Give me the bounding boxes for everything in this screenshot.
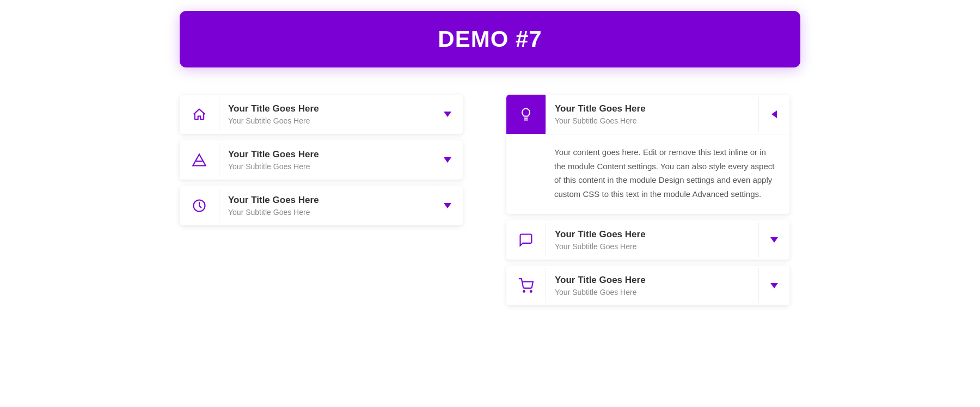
accordion-subtitle: Your Subtitle Goes Here xyxy=(555,242,750,251)
chevron-down-icon xyxy=(770,283,778,288)
accordion-title: Your Title Goes Here xyxy=(555,103,750,114)
chat-icon xyxy=(518,232,534,248)
accordion-subtitle: Your Subtitle Goes Here xyxy=(228,208,423,217)
chevron-down-icon xyxy=(444,157,451,163)
accordion-header: Your Title Goes Here Your Subtitle Goes … xyxy=(180,186,463,225)
accordion-toggle[interactable] xyxy=(432,140,463,180)
accordion-subtitle: Your Subtitle Goes Here xyxy=(555,116,750,125)
accordion-subtitle: Your Subtitle Goes Here xyxy=(228,116,423,125)
chevron-down-icon xyxy=(444,112,451,117)
lightbulb-icon xyxy=(518,107,534,122)
accordion-title: Your Title Goes Here xyxy=(555,229,750,240)
cone-icon-box xyxy=(180,140,219,180)
accordion-item: Your Title Goes Here Your Subtitle Goes … xyxy=(180,186,463,225)
lightbulb-icon-box xyxy=(506,95,546,134)
cart-icon xyxy=(518,278,534,293)
accordion-text: Your Title Goes Here Your Subtitle Goes … xyxy=(546,223,759,257)
accordion-toggle[interactable] xyxy=(759,266,789,305)
svg-point-5 xyxy=(530,291,532,292)
accordion-title: Your Title Goes Here xyxy=(228,149,423,160)
accordion-header: Your Title Goes Here Your Subtitle Goes … xyxy=(506,95,789,134)
accordion-header: Your Title Goes Here Your Subtitle Goes … xyxy=(506,220,789,260)
accordion-subtitle: Your Subtitle Goes Here xyxy=(228,162,423,171)
cone-icon xyxy=(192,152,207,168)
accordion-text: Your Title Goes Here Your Subtitle Goes … xyxy=(219,143,432,177)
left-column: Your Title Goes Here Your Subtitle Goes … xyxy=(180,95,463,225)
accordion-body: Your content goes here. Edit or remove t… xyxy=(506,134,789,214)
clock-icon-box xyxy=(180,186,219,225)
accordion-toggle[interactable] xyxy=(759,95,789,134)
accordion-toggle[interactable] xyxy=(432,186,463,225)
accordion-text: Your Title Goes Here Your Subtitle Goes … xyxy=(219,188,432,223)
chat-icon-box xyxy=(506,220,546,260)
accordion-title: Your Title Goes Here xyxy=(555,275,750,286)
accordion-text: Your Title Goes Here Your Subtitle Goes … xyxy=(546,268,759,303)
accordion-item: Your Title Goes Here Your Subtitle Goes … xyxy=(180,95,463,134)
accordion-title: Your Title Goes Here xyxy=(228,195,423,206)
accordion-text: Your Title Goes Here Your Subtitle Goes … xyxy=(546,97,759,132)
header-banner: DEMO #7 xyxy=(180,11,800,67)
chevron-down-icon xyxy=(444,203,451,208)
accordion-item-active: Your Title Goes Here Your Subtitle Goes … xyxy=(506,95,789,214)
accordion-item: Your Title Goes Here Your Subtitle Goes … xyxy=(506,266,789,305)
accordion-title: Your Title Goes Here xyxy=(228,103,423,114)
accordion-toggle[interactable] xyxy=(759,220,789,260)
chevron-down-icon xyxy=(770,237,778,243)
page-title: DEMO #7 xyxy=(180,26,800,52)
svg-marker-0 xyxy=(193,155,205,166)
content-area: Your Title Goes Here Your Subtitle Goes … xyxy=(180,95,800,305)
svg-point-4 xyxy=(523,291,525,292)
accordion-item: Your Title Goes Here Your Subtitle Goes … xyxy=(180,140,463,180)
accordion-toggle[interactable] xyxy=(432,95,463,134)
home-icon-box xyxy=(180,95,219,134)
accordion-header: Your Title Goes Here Your Subtitle Goes … xyxy=(506,266,789,305)
chevron-left-icon xyxy=(771,110,777,118)
home-icon xyxy=(192,107,207,122)
accordion-text: Your Title Goes Here Your Subtitle Goes … xyxy=(219,97,432,132)
cart-icon-box xyxy=(506,266,546,305)
accordion-item: Your Title Goes Here Your Subtitle Goes … xyxy=(506,220,789,260)
clock-icon xyxy=(192,198,207,213)
accordion-header: Your Title Goes Here Your Subtitle Goes … xyxy=(180,140,463,180)
accordion-header: Your Title Goes Here Your Subtitle Goes … xyxy=(180,95,463,134)
accordion-subtitle: Your Subtitle Goes Here xyxy=(555,288,750,297)
right-column: Your Title Goes Here Your Subtitle Goes … xyxy=(506,95,789,305)
